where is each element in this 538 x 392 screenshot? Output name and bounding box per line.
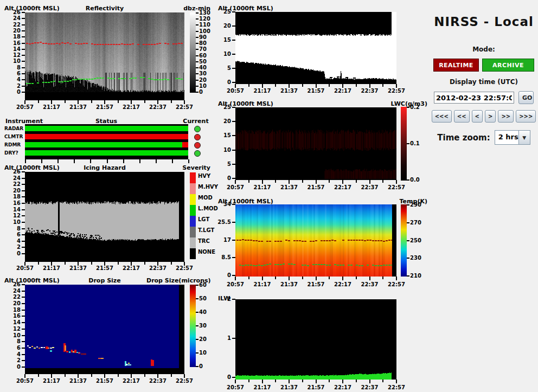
- y-tick-label: 10: [5, 58, 21, 64]
- instrument-label: RADAR: [4, 126, 24, 131]
- nav-fast-back-button[interactable]: <<<: [432, 110, 452, 123]
- y-tick-label: 12: [5, 213, 21, 219]
- realtime-button[interactable]: REALTIME: [433, 59, 479, 72]
- colorbar-tick-mark: [196, 12, 198, 14]
- lwc-plot: [235, 107, 396, 180]
- colorbar-tick-label: 20: [199, 336, 216, 342]
- x-tick-mark: [24, 374, 25, 378]
- nirss-app: Alt (1000ft MSL) Reflectivity dbz-min In…: [0, 0, 538, 392]
- archive-button[interactable]: ARCHIVE: [482, 59, 534, 72]
- x-tick-mark: [38, 374, 39, 377]
- x-tick-mark: [342, 180, 343, 184]
- x-tick-mark: [157, 100, 158, 104]
- y-tick-label: 2: [5, 244, 21, 250]
- x-tick-label: 21:57: [305, 281, 328, 287]
- colorbar-tick-label: 250: [410, 237, 427, 243]
- x-tick-mark: [369, 277, 370, 280]
- x-tick-mark: [275, 380, 276, 382]
- x-tick-label: 21:17: [251, 281, 274, 287]
- x-tick-label: 22:57: [173, 104, 196, 110]
- x-tick-mark: [248, 277, 249, 279]
- x-tick-label: 22:57: [385, 281, 408, 287]
- colorbar-tick-mark: [196, 49, 198, 50]
- x-tick-mark: [302, 380, 303, 382]
- x-tick-mark: [396, 380, 397, 383]
- x-tick-label: 21:17: [251, 384, 274, 390]
- y-tick-label: 26: [5, 281, 21, 287]
- y-tick-label: 20: [216, 23, 231, 29]
- x-tick-mark: [24, 100, 25, 104]
- colorbar-tick-label: 10: [199, 350, 216, 356]
- colorbar-tick-label: 50: [199, 59, 216, 65]
- x-tick-mark: [171, 262, 172, 265]
- dropsize-title: Drop Size: [50, 277, 159, 284]
- x-tick-label: 21:17: [40, 104, 63, 110]
- x-tick-mark: [91, 262, 92, 265]
- reflectivity-plot: [25, 12, 184, 100]
- x-tick-mark: [248, 180, 249, 183]
- x-tick-mark: [382, 277, 383, 279]
- x-tick-label: 22:17: [331, 88, 354, 94]
- x-tick-label: 21:57: [93, 265, 116, 271]
- x-tick-mark: [118, 262, 119, 265]
- app-title: NIRSS - Local: [430, 15, 538, 29]
- colorbar-tick-mark: [196, 73, 198, 74]
- colorbar-tick-label: 60: [199, 53, 216, 59]
- time-zoom-select[interactable]: 2 hrs ▼: [495, 130, 530, 145]
- status-tick-mark: [156, 159, 157, 163]
- status-tick-mark: [123, 159, 124, 163]
- y-tick-label: 2: [5, 83, 21, 89]
- display-time-input[interactable]: [434, 92, 514, 104]
- nav-step-back-button[interactable]: <: [472, 110, 483, 123]
- x-tick-mark: [144, 374, 145, 377]
- dropsize-colorbar: [190, 285, 196, 367]
- colorbar-tick-label: 130: [199, 10, 216, 16]
- nav-fast-forward-button[interactable]: >>>: [516, 110, 536, 123]
- nav-forward-button[interactable]: >>: [498, 110, 514, 123]
- colorbar-tick-mark: [196, 312, 198, 313]
- y-tick-label: 22: [5, 294, 21, 300]
- x-tick-mark: [235, 84, 236, 88]
- instrument-label: RDMR: [4, 142, 24, 147]
- y-tick-label: 16: [5, 40, 21, 46]
- colorbar-tick-label: 90: [199, 34, 216, 40]
- y-tick-label: 0: [216, 175, 231, 181]
- nav-step-forward-button[interactable]: >: [485, 110, 496, 123]
- colorbar-tick-label: 20: [199, 77, 216, 83]
- colorbar-tick-label: 80: [199, 40, 216, 46]
- x-tick-mark: [329, 277, 330, 279]
- x-tick-mark: [275, 277, 276, 279]
- x-tick-mark: [316, 180, 317, 184]
- x-tick-mark: [131, 374, 132, 378]
- x-tick-label: 22:57: [173, 378, 196, 384]
- colorbar-tick-label: 10: [199, 83, 216, 89]
- dropsize-plot: [25, 285, 184, 374]
- y-tick-label: 4: [5, 76, 21, 82]
- x-tick-label: 21:17: [40, 265, 63, 271]
- x-tick-mark: [248, 84, 249, 87]
- y-tick-label: 2: [5, 357, 21, 363]
- icing-colorbar-label: Severity: [146, 164, 210, 171]
- status-tick-mark: [41, 159, 42, 163]
- x-tick-mark: [91, 100, 92, 103]
- x-tick-mark: [144, 100, 145, 103]
- nav-back-button[interactable]: <<: [454, 110, 470, 123]
- x-tick-mark: [38, 262, 39, 265]
- x-tick-mark: [118, 374, 119, 377]
- y-tick-label: 18: [5, 34, 21, 40]
- go-button[interactable]: GO: [518, 91, 534, 104]
- colorbar-tick-label: 230: [410, 255, 427, 261]
- y-tick-label: 24: [5, 175, 21, 181]
- colorbar-tick-label: 210: [410, 273, 427, 279]
- display-time-label: Display time (UTC): [430, 78, 538, 86]
- y-tick-label: 4: [5, 238, 21, 244]
- x-tick-label: 22:17: [331, 384, 354, 390]
- x-tick-mark: [316, 277, 317, 280]
- x-tick-mark: [302, 277, 303, 279]
- x-tick-label: 22:57: [173, 265, 196, 271]
- x-tick-mark: [342, 84, 343, 88]
- y-tick-label: 25: [216, 9, 231, 15]
- x-tick-mark: [51, 100, 52, 104]
- y-tick-label: 17: [216, 237, 231, 243]
- x-tick-mark: [329, 380, 330, 382]
